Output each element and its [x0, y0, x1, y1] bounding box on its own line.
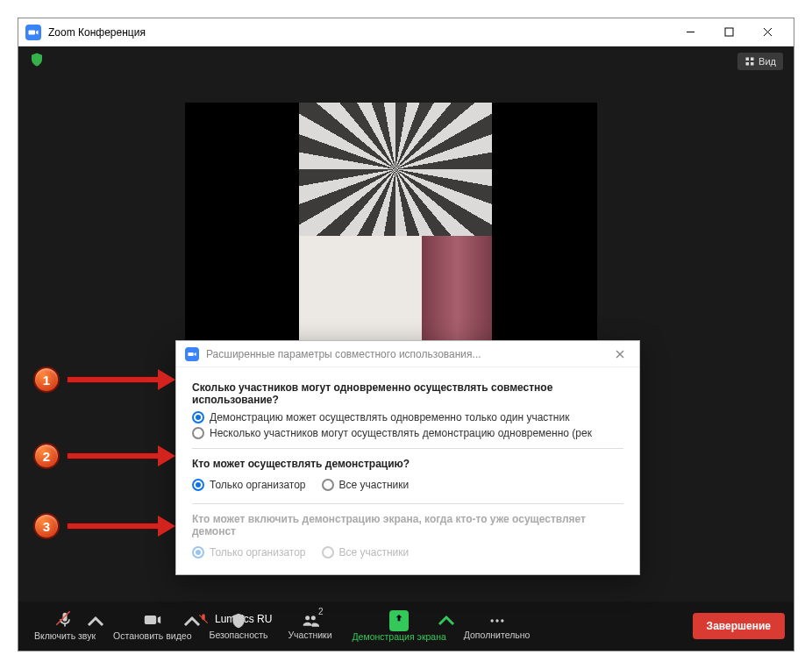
- radio-one-at-a-time[interactable]: Демонстрацию может осуществлять одноврем…: [192, 411, 623, 423]
- audio-button[interactable]: Включить звук: [27, 608, 103, 644]
- view-label: Вид: [759, 56, 776, 67]
- radio-all-participants-disabled: Все участники: [322, 546, 410, 559]
- zoom-app-icon: [25, 25, 41, 40]
- section2-heading: Кто может осуществлять демонстрацию?: [192, 458, 623, 470]
- more-label: Дополнительно: [464, 630, 531, 640]
- dialog-title: Расширенные параметры совместного исполь…: [206, 348, 609, 360]
- dialog-close-button[interactable]: [609, 344, 630, 365]
- radio-icon: [192, 546, 204, 559]
- titlebar: Zoom Конференция: [18, 18, 794, 46]
- section1-heading: Сколько участников могут одновременно ос…: [192, 381, 623, 406]
- radio-multiple[interactable]: Несколько участников могут осуществлять …: [192, 427, 623, 439]
- participants-count: 2: [316, 607, 326, 616]
- radio-icon: [322, 479, 334, 491]
- svg-rect-5: [751, 58, 754, 61]
- video-button[interactable]: Остановить видео: [106, 608, 198, 644]
- meeting-toolbar: Включить звук Остановить видео Безопасно…: [18, 601, 794, 651]
- more-icon: [488, 612, 506, 630]
- chevron-up-icon[interactable]: [87, 613, 104, 630]
- zoom-app-icon: [185, 347, 199, 361]
- radio-label: Несколько участников могут осуществлять …: [210, 427, 592, 439]
- svg-rect-4: [746, 58, 750, 61]
- view-toggle-button[interactable]: Вид: [737, 53, 783, 70]
- svg-line-9: [56, 611, 69, 624]
- annotation-arrow-3: [67, 518, 175, 534]
- participants-label: Участники: [288, 630, 331, 640]
- section3-heading: Кто может включить демонстрацию экрана, …: [192, 513, 623, 537]
- grid-icon: [744, 56, 755, 67]
- annotation-bullet-1: 1: [33, 367, 60, 393]
- divider: [192, 448, 623, 449]
- svg-point-12: [501, 619, 503, 622]
- shield-icon: [230, 612, 247, 630]
- maximize-button[interactable]: [709, 19, 748, 46]
- radio-label: Демонстрацию может осуществлять одноврем…: [210, 411, 569, 423]
- camera-icon: [144, 611, 161, 629]
- participants-button[interactable]: 2 Участники: [279, 609, 342, 644]
- close-button[interactable]: [748, 19, 787, 46]
- radio-icon: [192, 427, 204, 439]
- window-title: Zoom Конференция: [48, 26, 146, 39]
- conference-topbar: Вид: [18, 46, 794, 76]
- end-meeting-button[interactable]: Завершение: [693, 613, 785, 639]
- radio-label: Все участники: [339, 479, 410, 491]
- radio-all-participants[interactable]: Все участники: [322, 479, 410, 491]
- advanced-sharing-dialog: Расширенные параметры совместного исполь…: [175, 340, 640, 575]
- svg-point-10: [490, 619, 493, 622]
- annotation-arrow-2: [67, 448, 175, 464]
- chevron-up-icon[interactable]: [438, 612, 455, 630]
- security-button[interactable]: Безопасность: [203, 609, 275, 644]
- radio-host-only-disabled: Только организатор: [192, 546, 306, 559]
- share-icon: [392, 613, 406, 627]
- annotation-arrow-1: [67, 372, 175, 388]
- radio-host-only[interactable]: Только организатор: [192, 479, 306, 491]
- share-screen-button[interactable]: Демонстрация экрана: [345, 607, 453, 645]
- dialog-body: Сколько участников могут одновременно ос…: [176, 367, 639, 574]
- svg-rect-1: [725, 28, 733, 36]
- radio-label: Только организатор: [210, 479, 306, 491]
- radio-icon: [192, 479, 204, 491]
- svg-rect-7: [751, 62, 754, 66]
- chevron-up-icon[interactable]: [183, 613, 201, 630]
- annotation-bullet-3: 3: [33, 513, 60, 539]
- radio-label: Только организатор: [210, 546, 306, 559]
- security-label: Безопасность: [210, 630, 268, 640]
- divider: [192, 503, 623, 504]
- share-label: Демонстрация экрана: [353, 631, 446, 642]
- audio-label: Включить звук: [34, 630, 96, 641]
- annotation-bullet-2: 2: [33, 443, 60, 469]
- svg-point-11: [495, 619, 498, 622]
- video-label: Остановить видео: [113, 630, 191, 641]
- more-button[interactable]: Дополнительно: [457, 609, 538, 644]
- minimize-button[interactable]: [671, 19, 709, 46]
- radio-icon: [322, 546, 334, 559]
- radio-label: Все участники: [339, 546, 410, 559]
- dialog-titlebar: Расширенные параметры совместного исполь…: [176, 341, 639, 367]
- encryption-shield-icon[interactable]: [29, 52, 45, 71]
- svg-rect-6: [746, 62, 750, 66]
- radio-icon: [192, 411, 204, 423]
